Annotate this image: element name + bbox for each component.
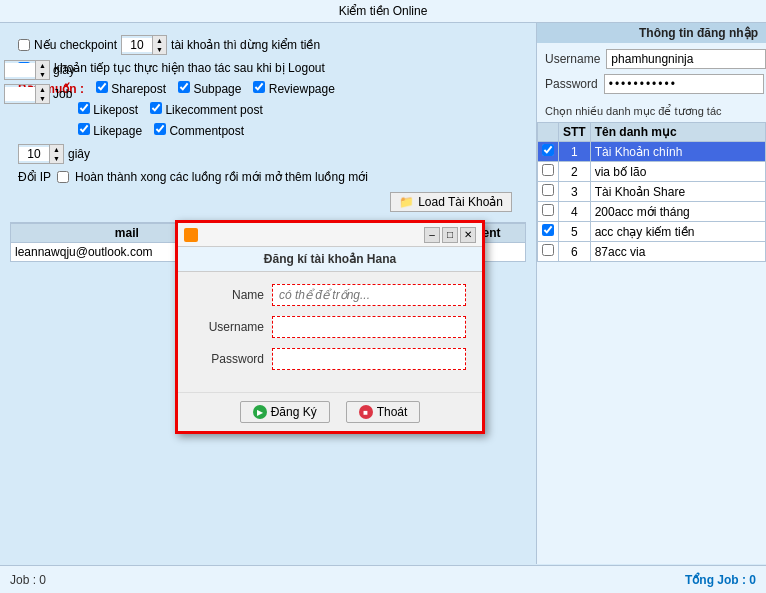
dialog-header-bar: Đăng kí tài khoản Hana <box>178 247 482 272</box>
dialog-header-text: Đăng kí tài khoản Hana <box>264 252 396 266</box>
dialog-maximize-button[interactable]: □ <box>442 227 458 243</box>
dialog-window-controls: – □ ✕ <box>424 227 476 243</box>
register-dialog: – □ ✕ Đăng kí tài khoản Hana Name Userna… <box>175 220 485 434</box>
dang-ky-button[interactable]: ▶ Đăng Ký <box>240 401 330 423</box>
name-field-input[interactable] <box>272 284 466 306</box>
thoat-icon: ■ <box>359 405 373 419</box>
dang-ky-label: Đăng Ký <box>271 405 317 419</box>
password-field-input[interactable] <box>272 348 466 370</box>
password-field-row: Password <box>194 348 466 370</box>
dialog-title-left <box>184 228 198 242</box>
name-field-label: Name <box>194 288 264 302</box>
dialog-overlay: – □ ✕ Đăng kí tài khoản Hana Name Userna… <box>0 0 766 593</box>
dialog-titlebar: – □ ✕ <box>178 223 482 247</box>
dialog-footer: ▶ Đăng Ký ■ Thoát <box>178 392 482 431</box>
password-field-label: Password <box>194 352 264 366</box>
dialog-body: Name Username Password <box>178 272 482 392</box>
dialog-close-button[interactable]: ✕ <box>460 227 476 243</box>
username-field-input[interactable] <box>272 316 466 338</box>
dialog-minimize-button[interactable]: – <box>424 227 440 243</box>
thoat-button[interactable]: ■ Thoát <box>346 401 421 423</box>
dialog-app-icon <box>184 228 198 242</box>
username-field-label: Username <box>194 320 264 334</box>
username-field-row: Username <box>194 316 466 338</box>
dang-ky-icon: ▶ <box>253 405 267 419</box>
thoat-label: Thoát <box>377 405 408 419</box>
name-field-row: Name <box>194 284 466 306</box>
